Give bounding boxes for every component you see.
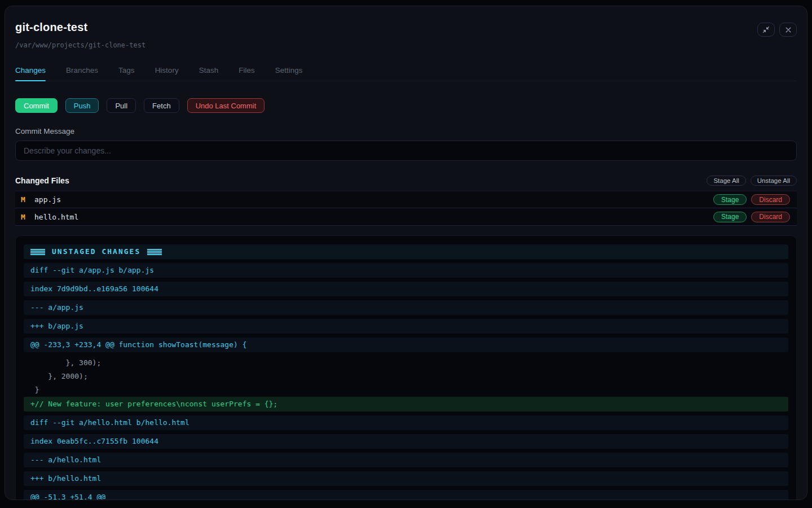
diff-line: index 0eab5fc..c7155fb 100644 [24,434,788,449]
title-block: git-clone-test /var/www/projects/git-clo… [15,21,145,49]
diff-line-text: diff --git a/hello.html b/hello.html [30,418,189,427]
action-button[interactable]: Undo Last Commit [187,98,265,113]
action-button-label: Pull [115,102,127,110]
commit-message-input[interactable] [15,141,797,161]
action-button[interactable]: Commit [15,98,58,113]
action-bar: Commit Push Pull Fetch Undo Last Commit [15,98,797,113]
diff-line-text: index 0eab5fc..c7155fb 100644 [30,437,158,445]
tab-bar: Changes Branches Tags History Stash File… [15,62,797,81]
bulk-stage-actions: Stage All Unstage All [707,176,797,186]
diff-line: --- a/hello.html [24,453,788,467]
file-row: M app.js Stage Discard [15,191,797,208]
tab-label: Settings [275,66,303,75]
diff-line: @@ -51,3 +51,4 @@ [24,490,788,500]
window-controls [757,23,797,37]
diff-line: diff --git a/app.js b/app.js [24,263,788,278]
changed-files-header: Changed Files Stage All Unstage All [15,176,797,186]
stage-button[interactable]: Stage [713,194,747,205]
diff-line-text: }, 300); [30,358,101,367]
tab[interactable]: Branches [66,62,98,81]
diff-line: +++ b/app.js [24,319,788,334]
action-button-label: Fetch [152,102,171,110]
action-button-label: Push [74,102,91,110]
action-button[interactable]: Fetch [144,98,179,113]
collapse-icon [762,26,770,33]
diff-line: }, 300); [24,356,788,369]
diff-line-text: +++ b/app.js [30,322,83,330]
tab[interactable]: Files [239,62,255,81]
tab[interactable]: Stash [199,62,219,81]
diff-line-text: }, 2000); [30,372,88,380]
diff-line: --- a/app.js [24,300,788,315]
close-icon [785,27,792,33]
diff-line-text: @@ -233,3 +233,4 @@ function showToast(m… [30,340,247,349]
discard-button[interactable]: Discard [751,194,790,205]
diff-line-text: --- a/app.js [30,303,83,312]
file-name: hello.html [34,213,78,221]
tab[interactable]: Settings [275,62,303,81]
diff-section-title: UNSTAGED CHANGES [52,244,140,259]
diff-line-text: +++ b/hello.html [30,474,101,483]
tab-label: Tags [118,66,135,75]
diff-line-text: index 7d9d9bd..e169a56 100644 [30,284,158,293]
diff-line-text: +// New feature: user preferences\nconst… [30,400,277,408]
diff-line: index 7d9d9bd..e169a56 100644 [24,282,788,296]
close-button[interactable] [779,23,797,37]
diff-line: }, 2000); [24,370,788,383]
diff-line: +++ b/hello.html [24,471,788,486]
tab-label: History [155,66,179,75]
unstage-all-button[interactable]: Unstage All [751,176,797,186]
tab-label: Files [239,66,255,75]
tab-label: Branches [66,66,98,75]
tab[interactable]: Changes [15,62,46,81]
diff-line-text: } [30,386,39,394]
tab[interactable]: History [155,62,179,81]
diff-line-text: @@ -51,3 +51,4 @@ [30,493,105,500]
diff-line-text: diff --git a/app.js b/app.js [30,266,154,274]
commit-message-label: Commit Message [15,127,797,135]
stage-button[interactable]: Stage [713,212,747,222]
changed-files-heading: Changed Files [15,176,69,185]
stage-all-button[interactable]: Stage All [707,176,745,186]
diff-section-header: UNSTAGED CHANGES [24,244,788,259]
diff-line: diff --git a/hello.html b/hello.html [24,415,788,430]
app-window: git-clone-test /var/www/projects/git-clo… [5,6,807,500]
diff-line: @@ -233,3 +233,4 @@ function showToast(m… [24,338,788,352]
collapse-button[interactable] [757,23,775,37]
tab[interactable]: Tags [118,62,135,81]
diff-line: } [24,383,788,396]
quad-line-icon [147,249,162,255]
changed-files-list: M app.js Stage Discard M hello.html Stag… [15,191,797,226]
action-button-label: Undo Last Commit [196,102,257,110]
titlebar: git-clone-test /var/www/projects/git-clo… [15,21,797,49]
file-name: app.js [34,195,61,204]
discard-button[interactable]: Discard [751,212,790,222]
action-button-label: Commit [24,102,49,110]
tab-label: Stash [199,66,219,75]
status-badge: M [21,195,34,204]
diff-line-text: --- a/hello.html [30,456,101,464]
tab-label: Changes [15,66,46,75]
file-row: M hello.html Stage Discard [15,208,797,226]
quad-line-icon [30,249,45,255]
diff-panel: UNSTAGED CHANGES diff --git a/app.js b/a… [15,235,797,500]
action-button[interactable]: Pull [107,98,136,113]
diff-line: +// New feature: user preferences\nconst… [24,397,788,411]
repo-path: /var/www/projects/git-clone-test [15,41,145,49]
page-title: git-clone-test [15,21,145,34]
status-badge: M [21,213,34,221]
action-button[interactable]: Push [65,98,99,113]
